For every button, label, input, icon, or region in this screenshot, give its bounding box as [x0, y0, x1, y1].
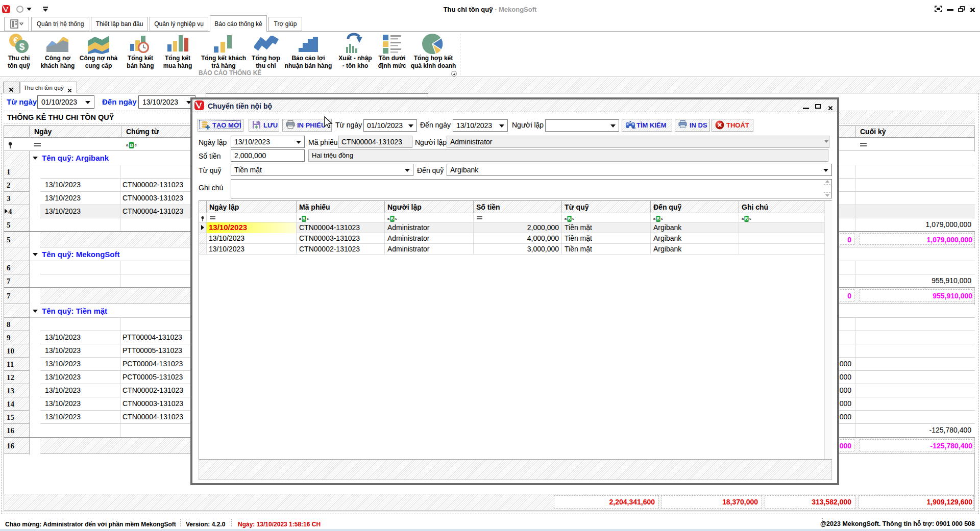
svg-text:c: c	[395, 216, 397, 221]
svg-text:a: a	[653, 216, 656, 221]
svg-text:a: a	[299, 216, 302, 221]
svg-text:a: a	[126, 143, 129, 147]
svg-text:B: B	[130, 143, 133, 148]
svg-text:B: B	[568, 217, 571, 221]
svg-text:a: a	[565, 216, 567, 221]
svg-text:B: B	[391, 217, 394, 221]
svg-text:ID: ID	[632, 127, 635, 130]
svg-text:c: c	[135, 143, 137, 147]
svg-text:c: c	[307, 216, 309, 221]
svg-text:B: B	[303, 217, 306, 221]
svg-text:c: c	[572, 216, 574, 221]
svg-text:c: c	[661, 216, 663, 221]
svg-text:a: a	[387, 216, 390, 221]
svg-text:B: B	[657, 217, 660, 221]
svg-text:a: a	[742, 216, 744, 221]
svg-text:$: $	[19, 41, 25, 52]
svg-text:B: B	[745, 217, 748, 221]
svg-text:c: c	[749, 216, 751, 221]
